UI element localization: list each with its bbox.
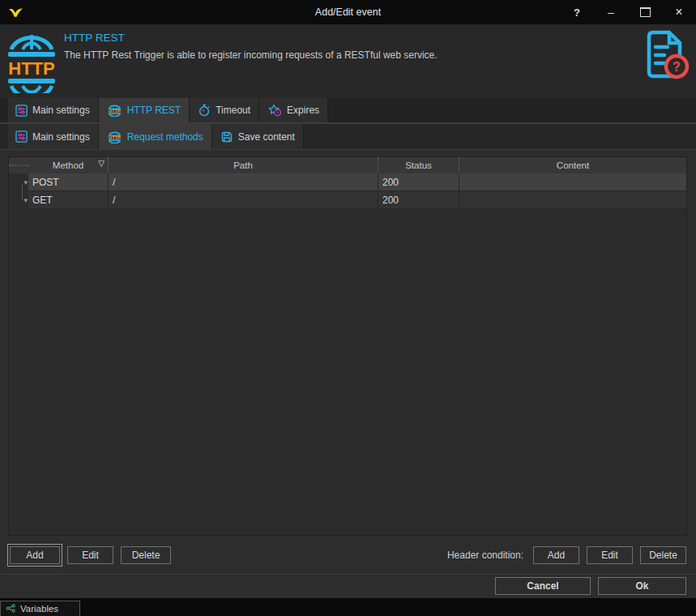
delete-button[interactable]: Delete [121,546,171,564]
maximize-icon [640,7,651,17]
column-label: Path [233,160,253,170]
window-controls: ? – × [560,0,696,24]
subtab-request-methods[interactable]: HTTP Request methods [99,124,212,149]
tab-label: Timeout [216,105,250,116]
table-header-row: Method ▽ Path Status Content [9,157,686,173]
tree-connector [22,185,23,199]
main-tab-strip: Main settings HTTP HTTP REST Timeout Exp… [0,98,696,123]
header-condition-delete-button[interactable]: Delete [640,546,686,564]
column-label: Content [557,160,589,170]
column-header-content[interactable]: Content [459,157,686,173]
tab-http-rest[interactable]: HTTP HTTP REST [99,98,190,122]
status-bar: Variables [0,598,696,616]
add-button[interactable]: Add [10,546,60,564]
variables-icon [6,604,16,614]
tab-main-settings[interactable]: Main settings [6,98,99,122]
star-clock-icon [267,104,282,117]
filter-icon[interactable]: ▽ [98,159,105,168]
add-edit-event-dialog: Add/Edit event ? – × HTTP HTTP REST The … [0,0,696,616]
column-header-status[interactable]: Status [378,157,459,173]
cell-path: / [109,173,378,191]
edit-button[interactable]: Edit [67,546,113,564]
cell-status: 200 [378,191,459,209]
table-row-get[interactable]: ▾ GET / 200 [9,191,686,209]
svg-text:?: ? [673,60,681,74]
tab-label: Expires [287,105,319,116]
http-globe-small-icon: HTTP [107,130,122,143]
tab-expires[interactable]: Expires [259,98,328,122]
trigger-description: The HTTP Rest Trigger is able to registe… [64,49,438,61]
cell-content [459,191,686,209]
column-header-method[interactable]: Method ▽ [28,157,109,173]
sliders-icon [15,105,28,117]
tab-label: Request methods [127,131,203,143]
http-logo-text: HTTP [8,58,54,79]
variables-label: Variables [20,604,58,614]
tab-label: HTTP REST [127,105,181,116]
table-header-gutter [9,165,28,166]
subtab-main-settings[interactable]: Main settings [6,124,99,149]
column-label: Method [53,160,83,170]
banner: HTTP HTTP REST The HTTP Rest Trigger is … [0,24,696,98]
variables-tab[interactable]: Variables [0,601,80,616]
sliders-icon [15,130,28,143]
title-bar: Add/Edit event ? – × [0,0,696,24]
tab-label: Main settings [32,131,90,143]
maximize-button[interactable] [628,0,662,24]
method-buttons: Add Edit Delete [10,546,171,564]
http-globe-small-icon: HTTP [107,104,122,117]
cell-method: GET [28,191,109,209]
minimize-button[interactable]: – [594,0,628,24]
http-rest-panel: Main settings HTTP Request methods Save … [0,123,696,598]
ok-button[interactable]: Ok [598,577,686,595]
cell-path: / [109,191,378,209]
cell-method: POST [28,173,109,191]
tab-label: Main settings [32,105,90,116]
header-condition-buttons: Header condition: Add Edit Delete [447,546,686,564]
close-button[interactable]: × [662,0,696,24]
document-help-icon: ? [639,29,690,85]
stopwatch-icon [198,104,211,117]
row-gutter: ▾ [9,173,28,191]
column-header-path[interactable]: Path [109,157,378,173]
table-empty-area [9,209,686,535]
http-globe-icon: HTTP [6,30,58,98]
row-expander-icon[interactable]: ▾ [23,197,28,204]
cell-status: 200 [378,173,459,191]
svg-text:HTTP: HTTP [109,109,121,113]
header-condition-label: Header condition: [447,550,523,561]
column-label: Status [405,160,432,170]
trigger-title: HTTP REST [64,32,438,44]
tab-label: Save content [238,131,295,143]
row-gutter: ▾ [9,191,28,209]
request-methods-table: Method ▽ Path Status Content ▾ POST / 20… [8,156,687,536]
tab-timeout[interactable]: Timeout [190,98,259,122]
floppy-disk-icon [220,130,233,143]
table-row-post[interactable]: ▾ POST / 200 [9,173,686,191]
dialog-footer: Cancel Ok [0,574,696,598]
cell-content [459,173,686,191]
row-expander-icon[interactable]: ▾ [23,179,28,186]
cancel-button[interactable]: Cancel [495,577,591,595]
header-condition-add-button[interactable]: Add [533,546,579,564]
subtab-save-content[interactable]: Save content [212,124,304,149]
help-button[interactable]: ? [560,0,594,24]
header-condition-edit-button[interactable]: Edit [587,546,633,564]
svg-text:HTTP: HTTP [109,135,121,139]
actions-row: Add Edit Delete Header condition: Add Ed… [0,536,696,574]
app-logo-icon [7,6,25,19]
sub-tab-strip: Main settings HTTP Request methods Save … [0,124,696,150]
